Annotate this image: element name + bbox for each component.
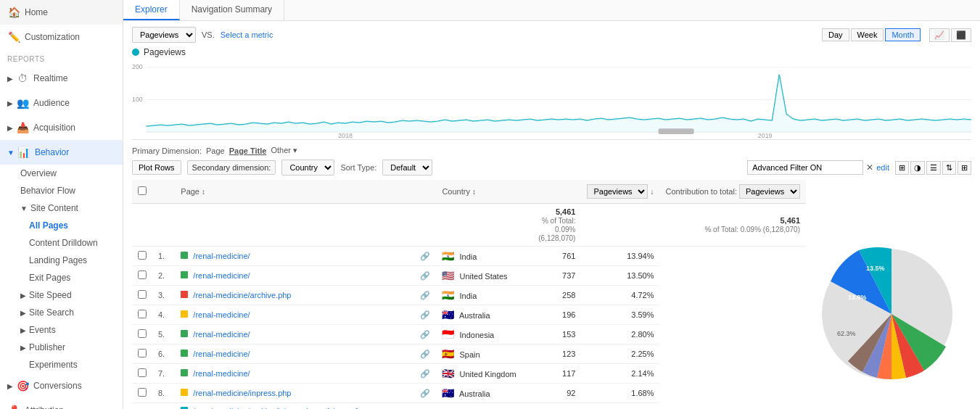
sidebar-item-exit-pages-label: Exit Pages <box>29 273 70 283</box>
sidebar-item-behavior-flow-label: Behavior Flow <box>20 186 75 196</box>
row-external-icon[interactable]: 🔗 <box>414 305 436 325</box>
row-checkbox[interactable] <box>138 388 147 397</box>
page-link[interactable]: /renal-medicine/ <box>193 271 250 280</box>
row-external-icon[interactable]: 🔗 <box>414 403 436 410</box>
line-chart-button[interactable]: 📈 <box>929 28 950 42</box>
week-button[interactable]: Week <box>851 28 884 41</box>
header-pageviews[interactable]: Pageviews ↓ <box>581 180 659 204</box>
header-country-icon <box>523 180 581 204</box>
sidebar-item-behavior[interactable]: ▼ 📊 Behavior <box>0 140 123 165</box>
filter-clear-button[interactable]: ✕ <box>866 162 873 173</box>
row-page: /renal-medicine/inpress.php <box>175 384 414 403</box>
row-checkbox[interactable] <box>138 290 147 299</box>
row-external-icon[interactable]: 🔗 <box>414 247 436 266</box>
dim-page-title-link[interactable]: Page Title <box>229 146 267 155</box>
row-page: /renal-medicine/ <box>175 344 414 364</box>
header-country[interactable]: Country ↕ <box>436 180 523 204</box>
row-num: 3. <box>152 286 175 305</box>
sidebar-item-realtime[interactable]: ▶ ⏱ Realtime <box>0 66 123 91</box>
pie-icon-button[interactable]: ◑ <box>910 161 925 175</box>
list-icon-button[interactable]: ☰ <box>926 161 941 175</box>
sidebar-item-site-speed[interactable]: ▶ Site Speed <box>20 286 123 304</box>
sidebar-item-site-search[interactable]: ▶ Site Search <box>20 304 123 321</box>
acquisition-icon: 📥 <box>16 121 29 134</box>
row-checkbox[interactable] <box>138 310 147 318</box>
sidebar-item-conversions[interactable]: ▶ 🎯 Conversions <box>0 373 123 398</box>
header-page[interactable]: Page ↕ <box>175 180 414 204</box>
row-pageviews: 258 <box>523 286 581 305</box>
sidebar-item-attribution[interactable]: 📍 Attribution BETA <box>0 398 123 409</box>
comparison-icon-button[interactable]: ⇅ <box>942 161 956 175</box>
pageviews-select[interactable]: Pageviews <box>587 184 648 199</box>
dim-other-link[interactable]: Other ▾ <box>271 146 297 155</box>
filter-box: ✕ edit ⊞ ◑ ☰ ⇅ ⊞ <box>747 160 971 175</box>
sidebar-item-events[interactable]: ▶ Events <box>20 321 123 339</box>
dim-page-link[interactable]: Page <box>206 146 225 155</box>
sidebar-item-audience[interactable]: ▶ 👥 Audience <box>0 91 123 115</box>
metric-select[interactable]: Pageviews <box>132 27 196 43</box>
grid-icon-button[interactable]: ⊞ <box>895 161 909 175</box>
sort-arrow[interactable]: ↕ <box>202 188 205 196</box>
page-link[interactable]: /renal-medicine/ <box>193 310 250 319</box>
row-external-icon[interactable]: 🔗 <box>414 266 436 286</box>
primary-dim-label: Primary Dimension: <box>132 146 202 155</box>
row-country: 🇮🇳 India <box>436 403 523 410</box>
sort-arrow-pv[interactable]: ↓ <box>650 188 654 196</box>
filter-input[interactable] <box>747 160 863 175</box>
row-num: 6. <box>152 344 175 364</box>
sidebar-item-publisher[interactable]: ▶ Publisher <box>20 339 123 356</box>
page-link[interactable]: /renal-medicine/ <box>193 369 250 378</box>
sidebar-item-experiments[interactable]: Experiments <box>29 356 123 373</box>
sidebar-item-all-pages[interactable]: All Pages <box>29 217 123 234</box>
sidebar-item-exit-pages[interactable]: Exit Pages <box>29 269 123 286</box>
sidebar-item-content-drilldown[interactable]: Content Drilldown <box>29 234 123 252</box>
sort-select[interactable]: Default <box>382 160 432 175</box>
row-checkbox[interactable] <box>138 349 147 358</box>
row-external-icon[interactable]: 🔗 <box>414 325 436 344</box>
sidebar-item-acquisition-label: Acquisition <box>33 123 75 133</box>
pivot-icon-button[interactable]: ⊞ <box>958 161 971 175</box>
row-external-icon[interactable]: 🔗 <box>414 364 436 384</box>
row-external-icon[interactable]: 🔗 <box>414 344 436 364</box>
page-link[interactable]: /renal-medicine/inpress.php <box>193 389 291 397</box>
behavior-icon: 📊 <box>17 146 30 159</box>
tab-navigation-summary[interactable]: Navigation Summary <box>180 0 284 20</box>
contribution-select[interactable]: Pageviews <box>739 184 800 199</box>
row-external-icon[interactable]: 🔗 <box>414 286 436 305</box>
plot-rows-button[interactable]: Plot Rows <box>132 160 181 175</box>
page-link[interactable]: /renal-medicine/ <box>193 330 250 339</box>
sidebar-item-customization-label: Customization <box>25 32 80 42</box>
page-link[interactable]: /renal-medicine/ <box>193 350 250 358</box>
row-country: 🇬🇧 United Kingdom <box>436 364 523 384</box>
vs-label: VS. <box>202 30 215 39</box>
page-link[interactable]: /renal-medicine/ <box>193 252 250 260</box>
secondary-dim-select[interactable]: Country <box>281 160 334 175</box>
sidebar-item-acquisition[interactable]: ▶ 📥 Acquisition <box>0 115 123 140</box>
sidebar-item-customization[interactable]: ✏️ Customization <box>0 25 123 49</box>
select-metric-link[interactable]: Select a metric <box>221 30 273 39</box>
page-link[interactable]: /renal-medicine/archive.php <box>193 291 291 299</box>
expand-icon: ▶ <box>20 309 26 317</box>
sidebar-item-behavior-flow[interactable]: Behavior Flow <box>20 182 123 199</box>
row-checkbox[interactable] <box>138 270 147 279</box>
select-all-checkbox[interactable] <box>138 186 147 195</box>
sidebar-item-home[interactable]: 🏠 Home <box>0 0 123 25</box>
bar-chart-button[interactable]: ⬛ <box>951 28 971 42</box>
row-checkbox[interactable] <box>138 368 147 377</box>
row-checkbox[interactable] <box>138 251 147 260</box>
svg-text:62.3%: 62.3% <box>837 330 856 337</box>
filter-edit-link[interactable]: edit <box>876 163 889 172</box>
country-name: India <box>459 292 477 300</box>
country-name: Australia <box>459 389 490 398</box>
sort-arrow[interactable]: ↕ <box>472 188 476 196</box>
sidebar-item-overview[interactable]: Overview <box>20 165 123 182</box>
sidebar-item-landing-pages[interactable]: Landing Pages <box>29 252 123 269</box>
row-external-icon[interactable]: 🔗 <box>414 384 436 403</box>
day-button[interactable]: Day <box>822 28 849 41</box>
month-button[interactable]: Month <box>885 28 921 41</box>
chart-controls: Pageviews VS. Select a metric Day Week M… <box>132 27 971 43</box>
row-pageviews: 123 <box>523 344 581 364</box>
sidebar-item-site-content[interactable]: ▼ Site Content <box>20 199 123 217</box>
row-checkbox[interactable] <box>138 329 147 338</box>
tab-explorer[interactable]: Explorer <box>123 0 180 20</box>
